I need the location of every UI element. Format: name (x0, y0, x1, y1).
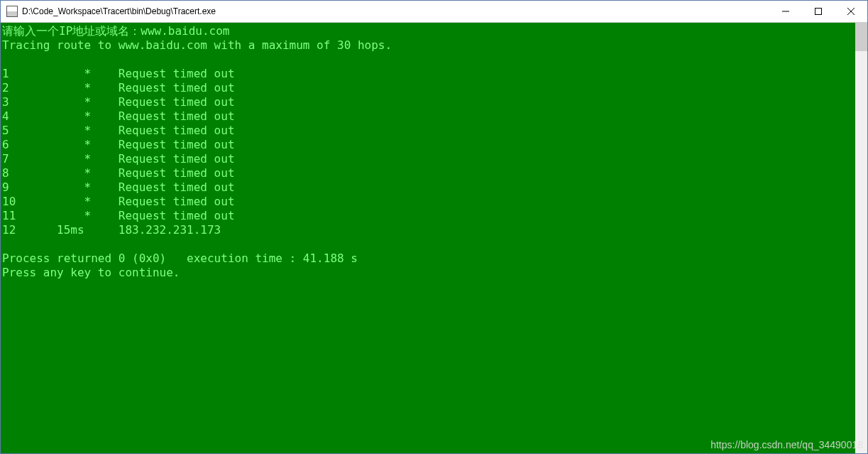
scroll-thumb[interactable] (855, 23, 867, 51)
app-icon (6, 6, 18, 17)
client-area: 请输入一个IP地址或域名：www.baidu.com Tracing route… (1, 23, 867, 453)
minimize-icon (782, 8, 789, 15)
console-output[interactable]: 请输入一个IP地址或域名：www.baidu.com Tracing route… (1, 23, 855, 453)
close-button[interactable] (835, 1, 867, 22)
close-icon (847, 8, 855, 15)
vertical-scrollbar[interactable] (855, 23, 867, 453)
svg-rect-1 (815, 9, 822, 15)
app-window: D:\Code_Workspace\Tracert\bin\Debug\Trac… (0, 0, 868, 454)
titlebar[interactable]: D:\Code_Workspace\Tracert\bin\Debug\Trac… (1, 1, 867, 23)
window-title: D:\Code_Workspace\Tracert\bin\Debug\Trac… (22, 6, 769, 16)
maximize-button[interactable] (802, 1, 835, 22)
maximize-icon (815, 8, 822, 15)
window-controls (769, 1, 867, 22)
minimize-button[interactable] (769, 1, 802, 22)
